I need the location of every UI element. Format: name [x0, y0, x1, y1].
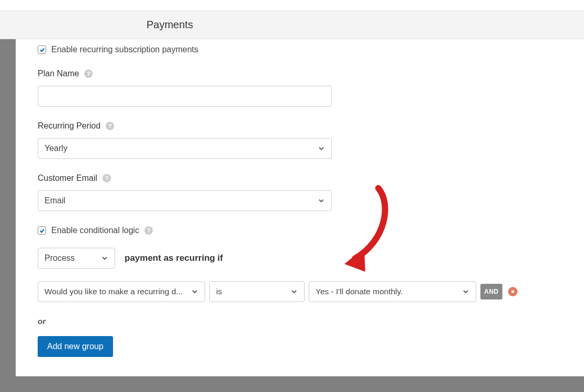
remove-rule-button[interactable] [508, 287, 518, 296]
page-title: Payments [147, 19, 193, 31]
logic-value-text: Yes - I'll donate monthly. [316, 287, 403, 296]
help-icon[interactable]: ? [106, 122, 114, 130]
and-button[interactable]: AND [480, 284, 502, 299]
recurring-period-label: Recurring Period [38, 121, 100, 131]
recurring-period-value: Yearly [44, 144, 68, 153]
logic-field-value: Would you like to make a recurring d... [44, 287, 183, 296]
chevron-down-icon [318, 145, 325, 152]
check-icon [39, 47, 45, 53]
customer-email-label: Customer Email [38, 174, 97, 183]
logic-action-value: Process [44, 253, 75, 263]
plan-name-input[interactable] [38, 86, 332, 107]
enable-recurring-label: Enable recurring subscription payments [51, 45, 198, 54]
chevron-down-icon [290, 288, 298, 295]
help-icon[interactable]: ? [84, 70, 93, 78]
logic-value-select[interactable]: Yes - I'll donate monthly. [309, 281, 476, 302]
enable-recurring-checkbox[interactable] [38, 45, 46, 54]
help-icon[interactable]: ? [144, 226, 153, 235]
check-icon [39, 228, 45, 234]
enable-logic-checkbox[interactable] [38, 226, 46, 235]
logic-operator-select[interactable]: is [209, 281, 305, 302]
top-strip [0, 0, 584, 11]
logic-field-select[interactable]: Would you like to make a recurring d... [38, 281, 205, 302]
header-bar: Payments [0, 11, 584, 39]
add-new-group-button[interactable]: Add new group [38, 336, 113, 357]
logic-operator-value: is [216, 287, 222, 296]
customer-email-select[interactable]: Email [38, 190, 332, 211]
settings-panel: Enable recurring subscription payments P… [16, 39, 584, 376]
logic-action-select[interactable]: Process [38, 248, 115, 269]
chevron-down-icon [318, 197, 325, 204]
close-icon [511, 290, 515, 294]
recurring-period-select[interactable]: Yearly [38, 138, 332, 159]
chevron-down-icon [191, 288, 198, 295]
chevron-down-icon [101, 255, 108, 262]
plan-name-label: Plan Name [38, 69, 79, 78]
customer-email-value: Email [44, 196, 65, 205]
help-icon[interactable]: ? [103, 174, 111, 182]
or-separator: or [38, 317, 569, 326]
chevron-down-icon [462, 288, 469, 295]
logic-sentence: payment as recurring if [125, 253, 223, 263]
enable-logic-label: Enable conditional logic [51, 226, 139, 235]
